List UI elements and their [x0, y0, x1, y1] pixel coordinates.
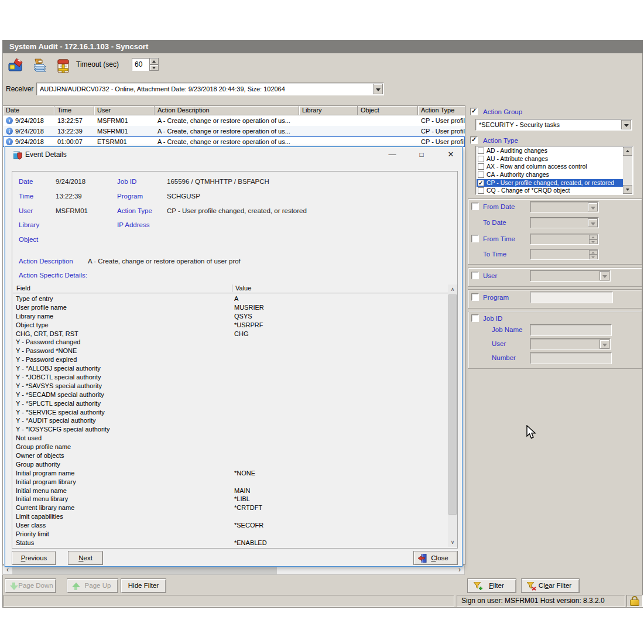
action-group-combobox[interactable]: *SECURITY - Security tasks	[475, 119, 632, 131]
scrollbar-thumb[interactable]	[448, 294, 457, 515]
detail-row[interactable]: Current library name*CRTDFT	[13, 503, 447, 512]
detail-row[interactable]: User class*SECOFR	[13, 521, 447, 530]
detail-row[interactable]: Initial menu library*LIBL	[13, 495, 447, 503]
column-header-time[interactable]: Time	[54, 106, 94, 115]
detail-row[interactable]: Group profile name	[13, 443, 447, 451]
detail-row[interactable]: Status*ENABLED	[13, 539, 447, 547]
detail-row[interactable]: Y - *SAVSYS special authority	[13, 382, 447, 390]
checkbox[interactable]	[478, 148, 484, 154]
detail-row[interactable]: Initial menu nameMAIN	[13, 487, 447, 495]
timeout-spin-up[interactable]	[149, 58, 159, 64]
program-checkbox[interactable]	[471, 293, 479, 301]
checkbox[interactable]	[478, 187, 484, 194]
detail-row[interactable]: Y - Password changed	[13, 338, 447, 347]
action-type-option[interactable]: CQ - Change of *CRQD object	[477, 187, 623, 194]
page-up-button[interactable]: Page Up	[67, 578, 118, 593]
column-header-action-description[interactable]: Action Description	[155, 106, 299, 115]
to-time-spinner[interactable]	[530, 249, 599, 260]
action-type-option[interactable]: CA - Authority changes	[477, 171, 623, 179]
filter-button[interactable]: Filter	[467, 578, 516, 593]
user-combobox[interactable]	[530, 270, 611, 282]
clear-filter-button[interactable]: Clear Filter	[521, 578, 580, 593]
detail-column-field[interactable]: Field	[16, 285, 30, 292]
action-group-checkbox[interactable]	[470, 108, 478, 115]
detail-row[interactable]: Initial program library	[13, 478, 447, 487]
chevron-down-icon[interactable]	[621, 120, 631, 129]
detail-row[interactable]: Y - *AUDIT special authority	[13, 416, 447, 425]
maximize-icon[interactable]: □	[409, 147, 434, 163]
table-row[interactable]: i9/24/201813:22:57MSFRM01A - Create, cha…	[3, 115, 465, 126]
action-type-option[interactable]: AD - Auditing changes	[477, 147, 623, 155]
timeout-input[interactable]	[132, 58, 149, 71]
hide-filter-button[interactable]: Hide Filter	[121, 578, 166, 593]
receiver-stack-icon[interactable]	[30, 56, 49, 75]
detail-scrollbar[interactable]: ∧ ∨	[448, 285, 457, 547]
job-user-combobox[interactable]	[530, 338, 611, 350]
action-type-option[interactable]: AU - Attribute changes	[477, 155, 623, 163]
detail-column-value[interactable]: Value	[235, 285, 251, 292]
action-type-option[interactable]: CP - User profile changed, created, or r…	[477, 179, 623, 187]
detail-row[interactable]: Initial program name*NONE	[13, 469, 447, 478]
chevron-down-icon[interactable]	[373, 84, 383, 94]
checkbox[interactable]	[478, 163, 484, 170]
detail-row[interactable]: Priority limit	[13, 530, 447, 539]
scroll-up-icon[interactable]: ∧	[448, 285, 457, 294]
next-button[interactable]: Next	[68, 551, 103, 565]
from-date-picker[interactable]	[530, 201, 599, 213]
checkbox[interactable]	[478, 156, 484, 162]
job-number-input[interactable]	[530, 352, 612, 364]
action-type-checkbox[interactable]	[470, 136, 478, 144]
table-row[interactable]: i9/24/201813:22:39MSFRM01A - Create, cha…	[3, 126, 465, 136]
job-id-checkbox[interactable]	[471, 314, 479, 322]
detail-row[interactable]: Not used	[13, 434, 447, 443]
scroll-up-icon[interactable]	[623, 147, 632, 156]
detail-row[interactable]: Library nameQSYS	[13, 312, 447, 321]
from-time-checkbox[interactable]	[471, 235, 479, 242]
detail-row[interactable]: Y - *ALLOBJ special authority	[13, 364, 447, 373]
listbox-scrollbar[interactable]	[623, 147, 632, 194]
detail-row[interactable]: CHG, CRT, DST, RSTCHG	[13, 330, 447, 338]
scroll-down-icon[interactable]	[623, 185, 632, 194]
report-icon[interactable]	[55, 57, 74, 76]
program-input[interactable]	[530, 292, 613, 303]
detail-row[interactable]: Group authority	[13, 460, 447, 469]
from-time-spinner[interactable]	[530, 234, 599, 245]
checkbox[interactable]	[478, 180, 484, 186]
scrollbar-thumb[interactable]	[12, 566, 277, 574]
to-date-picker[interactable]	[530, 217, 599, 228]
detail-row[interactable]: Owner of objects	[13, 451, 447, 460]
from-date-checkbox[interactable]	[471, 203, 479, 210]
page-down-button[interactable]: Page Down	[5, 578, 56, 593]
table-row[interactable]: i9/24/201801:00:07ETSRM01A - Create, cha…	[3, 136, 465, 147]
detail-row[interactable]: Object type*USRPRF	[13, 321, 447, 330]
journal-icon[interactable]	[7, 56, 26, 75]
column-header-date[interactable]: Date	[3, 106, 54, 115]
receiver-combobox[interactable]: AUDJRN/AUDRCV0732 - Online, Attachment D…	[36, 83, 384, 95]
column-header-object[interactable]: Object	[358, 106, 418, 115]
detail-row[interactable]: Y - Password expired	[13, 355, 447, 364]
close-icon[interactable]: ✕	[438, 147, 464, 163]
close-button[interactable]: Close	[413, 551, 458, 565]
scroll-left-icon[interactable]: ‹	[3, 566, 12, 574]
minimize-icon[interactable]: —	[379, 147, 405, 163]
detail-row[interactable]: Limit capabilities	[13, 512, 447, 521]
previous-button[interactable]: Previous	[12, 551, 56, 565]
detail-row[interactable]: Y - *SERVICE special authority	[13, 408, 447, 417]
detail-row[interactable]: Y - *JOBCTL special authority	[13, 373, 447, 382]
detail-row[interactable]: Y - *IOSYSCFG special authority	[13, 425, 447, 434]
window-titlebar[interactable]: System Audit - 172.16.1.103 - Syncsort	[2, 40, 643, 53]
column-header-library[interactable]: Library	[299, 106, 358, 115]
user-checkbox[interactable]	[471, 272, 479, 279]
detail-row[interactable]: Type of entryA	[13, 294, 447, 303]
detail-row[interactable]: Y - Password *NONE	[13, 347, 447, 355]
timeout-spin-down[interactable]	[149, 64, 159, 71]
column-header-user[interactable]: User	[94, 106, 155, 115]
column-header-action-type[interactable]: Action Type	[418, 106, 465, 115]
detail-row[interactable]: Y - *SPLCTL special authority	[13, 399, 447, 408]
scroll-down-icon[interactable]: ∨	[448, 537, 457, 547]
detail-row[interactable]: User profile nameMUSRIER	[13, 303, 447, 312]
action-type-option[interactable]: AX - Row and column access control	[477, 163, 623, 171]
horizontal-scrollbar[interactable]: ‹ ›	[2, 566, 465, 575]
scroll-right-icon[interactable]: ›	[455, 566, 464, 574]
checkbox[interactable]	[478, 172, 484, 178]
